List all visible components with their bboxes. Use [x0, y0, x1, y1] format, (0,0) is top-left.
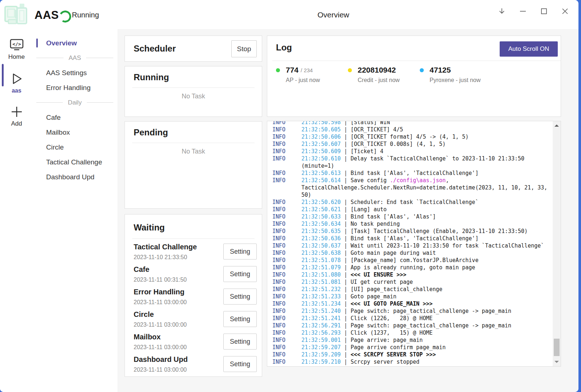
- desktop-background: AAS Running Overview: [0, 0, 581, 392]
- plus-icon: [10, 105, 23, 118]
- log-timestamp: 21:32:50.634: [301, 221, 341, 227]
- running-spinner-icon: [58, 9, 72, 24]
- stat-dot-icon: [276, 68, 280, 72]
- log-level: INFO: [272, 235, 301, 242]
- rail-item-home[interactable]: </> Home: [0, 36, 33, 62]
- rail-item-add[interactable]: Add: [0, 103, 33, 129]
- log-message: 21:32:50.613 | Bind task ['Alas', 'Tacti…: [301, 170, 548, 177]
- stat-label: AP - just now: [286, 77, 348, 83]
- log-line: INFO21:32:50.609 | [Ticket] 4: [272, 148, 551, 155]
- log-timestamp: 21:32:50.598: [301, 121, 341, 126]
- rail-item-label: aas: [12, 87, 21, 94]
- nav-item-dashboard-upd[interactable]: Dashboard Upd: [33, 170, 118, 184]
- log-timestamp: 21:32:50.613: [301, 170, 341, 176]
- nav-item-tactical-challenge[interactable]: Tactical Challenge: [33, 155, 118, 170]
- nav-section-divider-aas: AAS: [33, 50, 118, 65]
- log-line: INFO21:32:56.291 | Page switch: page_tac…: [272, 322, 551, 329]
- left-rail: </> Home aas Add: [0, 29, 33, 392]
- hide-window-button[interactable]: [495, 4, 509, 19]
- maximize-icon: [540, 7, 548, 15]
- log-line: INFO21:32:50.633 | Bind task ['Alas', 'A…: [272, 213, 551, 220]
- task-setting-button[interactable]: Setting: [223, 266, 257, 282]
- log-message: 21:32:50.598 | [Status] WIN: [301, 121, 548, 126]
- scheduler-card: Scheduler Stop: [125, 36, 262, 62]
- log-message-part: [Task] TacticalChallenge (Enable, 2023-1…: [350, 228, 528, 234]
- log-level: INFO: [272, 242, 301, 249]
- maximize-button[interactable]: [537, 4, 551, 19]
- pending-title: Pending: [134, 127, 168, 138]
- log-level: INFO: [272, 264, 301, 271]
- log-separator: |: [341, 148, 350, 155]
- main-content: Scheduler Stop Running No Task Pending N…: [118, 29, 578, 392]
- log-line: INFO21:32:50.635 | [Task] TacticalChalle…: [272, 228, 551, 235]
- log-output[interactable]: INFO21:32:50.598 | [Status] WININFO21:32…: [267, 121, 561, 367]
- log-message: 21:32:51.079 | App is already running, g…: [301, 264, 548, 271]
- log-message-part: Scrcpy server stopped: [350, 359, 419, 365]
- task-setting-button[interactable]: Setting: [223, 244, 257, 260]
- log-message-part: <<< UI ENSURE >>>: [350, 271, 406, 278]
- task-setting-button[interactable]: Setting: [223, 334, 257, 350]
- log-timestamp: 21:32:59.209: [301, 351, 341, 358]
- stat-value: 47125: [430, 66, 451, 74]
- log-level: INFO: [272, 249, 301, 257]
- log-line: INFO21:32:50.607 | [OCR_TICKET 0.008s] (…: [272, 140, 551, 148]
- log-level: INFO: [272, 351, 301, 358]
- nav-section-label: AAS: [69, 54, 81, 62]
- svg-text:</>: </>: [12, 41, 21, 47]
- scroll-down-button[interactable]: [553, 358, 561, 366]
- log-separator: |: [341, 206, 350, 213]
- minimize-button[interactable]: [516, 4, 530, 19]
- log-scrollbar[interactable]: [553, 121, 561, 366]
- stat-value: 774: [286, 66, 298, 74]
- stop-button[interactable]: Stop: [231, 40, 257, 57]
- log-message: 21:32:56.293 | Click (1237, 15) @ HOME: [301, 329, 548, 336]
- log-line: INFO21:32:51.233 | Goto page_main: [272, 293, 551, 300]
- running-card: Running No Task: [125, 66, 262, 117]
- task-name: Circle: [134, 310, 154, 319]
- task-setting-button[interactable]: Setting: [223, 356, 257, 372]
- log-level: INFO: [272, 286, 301, 293]
- page-title: Overview: [317, 11, 349, 19]
- stat-label: Credit - just now: [358, 77, 420, 83]
- log-separator: |: [341, 264, 350, 271]
- waiting-task-list: Tactical Challenge2023-11-10 21:33:50Set…: [125, 242, 262, 377]
- close-button[interactable]: [558, 4, 572, 19]
- log-line: INFO21:32:50.620 | Scheduler: End task `…: [272, 199, 551, 206]
- scroll-up-button[interactable]: [553, 122, 561, 129]
- waiting-task-row-circle: Circle2023-11-11 03:00:00Setting: [125, 310, 262, 332]
- waiting-task-row-tactical-challenge: Tactical Challenge2023-11-10 21:33:50Set…: [125, 242, 262, 265]
- nav-item-cafe[interactable]: Cafe: [33, 110, 118, 125]
- log-separator: |: [341, 141, 350, 147]
- pending-empty-text: No Task: [125, 148, 262, 155]
- log-message: 21:32:50.620 | Scheduler: End task `Tact…: [301, 199, 548, 206]
- auto-scroll-button[interactable]: Auto Scroll ON: [500, 41, 558, 57]
- log-separator: |: [341, 301, 350, 307]
- log-separator: |: [341, 293, 350, 300]
- stat-value: 220810942: [358, 66, 396, 74]
- nav-item-overview[interactable]: Overview: [33, 36, 118, 50]
- log-timestamp: 21:32:50.633: [301, 213, 341, 220]
- log-message-part: Page switch: page_tactical_challenge -> …: [350, 322, 511, 329]
- nav-item-error-handling[interactable]: Error Handling: [33, 80, 118, 95]
- log-separator: |: [341, 221, 350, 227]
- nav-item-circle[interactable]: Circle: [33, 140, 118, 155]
- scrollbar-thumb[interactable]: [554, 339, 560, 356]
- log-message: 21:32:51.240 | Page switch: page_tactica…: [301, 307, 548, 315]
- log-separator: |: [341, 322, 350, 329]
- log-lines: INFO21:32:50.598 | [Status] WININFO21:32…: [272, 121, 551, 366]
- log-message-part: Bind task ['Alas', 'TacticalChallenge']: [350, 235, 478, 242]
- nav-sidebar: OverviewAASAAS SettingsError HandlingDai…: [33, 29, 118, 392]
- task-setting-button[interactable]: Setting: [223, 311, 257, 327]
- log-message-part: [OCR_TICKET] 4/5: [350, 126, 403, 133]
- rail-item-aas[interactable]: aas: [0, 70, 33, 96]
- log-timestamp: 21:32:51.240: [301, 308, 341, 314]
- nav-item-mailbox[interactable]: Mailbox: [33, 125, 118, 140]
- log-line: INFO21:32:50.598 | [Status] WIN: [272, 121, 551, 126]
- stat-value-row: 47125: [420, 66, 492, 74]
- log-timestamp: 21:32:50.607: [301, 141, 341, 147]
- log-separator: |: [341, 279, 350, 285]
- log-message-part: [Lang] auto: [350, 206, 386, 213]
- nav-item-aas-settings[interactable]: AAS Settings: [33, 65, 118, 80]
- log-line: INFO21:32:59.207 | Page arrive confirm p…: [272, 344, 551, 351]
- task-setting-button[interactable]: Setting: [223, 289, 257, 305]
